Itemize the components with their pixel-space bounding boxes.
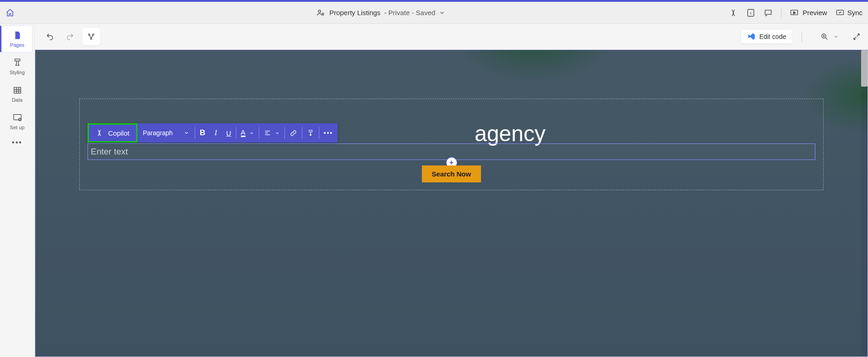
align-left-icon	[264, 129, 271, 137]
canvas-toolbar: Edit code	[35, 24, 868, 49]
brush-icon	[12, 58, 22, 68]
rail-more[interactable]: •••	[12, 138, 22, 147]
app-header: Property Listings - Private - Saved Prev…	[0, 2, 868, 24]
undo-button[interactable]	[42, 29, 58, 44]
rail-label: Pages	[10, 42, 24, 48]
document-privacy: - Private - Saved	[384, 9, 436, 16]
canvas-scrollbar[interactable]	[861, 50, 868, 357]
rte-format-painter-button[interactable]	[302, 123, 319, 143]
setup-icon	[12, 113, 22, 123]
collapse-icon[interactable]	[852, 33, 861, 41]
rte-font-color-button[interactable]: A	[236, 123, 259, 143]
rail-item-pages[interactable]: Pages	[3, 26, 32, 52]
svg-point-1	[322, 13, 324, 15]
rte-copilot-button[interactable]: Copilot	[87, 123, 137, 143]
chevron-down-icon[interactable]	[833, 34, 839, 39]
home-icon[interactable]	[5, 8, 15, 17]
edit-code-label: Edit code	[759, 33, 786, 40]
svg-rect-8	[14, 88, 21, 93]
rte-format-label: Paragraph	[143, 129, 173, 137]
chevron-down-icon[interactable]	[439, 10, 445, 16]
vscode-icon	[748, 33, 756, 41]
separator	[781, 8, 781, 18]
rich-text-toolbar: Copilot Paragraph B I U A	[87, 123, 338, 143]
design-canvas[interactable]: Real estate agency Copilot Paragraph	[35, 49, 868, 357]
rail-label: Set up	[10, 125, 25, 130]
chevron-down-icon	[184, 130, 189, 136]
preview-icon[interactable]: Preview	[790, 8, 827, 17]
svg-line-19	[825, 38, 827, 39]
svg-point-0	[318, 10, 321, 12]
rte-underline-button[interactable]: U	[222, 123, 236, 143]
svg-point-17	[90, 38, 92, 39]
scrollbar-thumb[interactable]	[861, 50, 868, 87]
rail-item-styling[interactable]: Styling	[3, 53, 32, 80]
rte-align-button[interactable]	[259, 123, 284, 143]
paint-icon	[307, 129, 314, 137]
document-title-group[interactable]: Property Listings - Private - Saved	[33, 8, 729, 17]
svg-marker-6	[794, 11, 796, 14]
chevron-down-icon	[275, 131, 280, 136]
zoom-button[interactable]	[820, 33, 829, 41]
rte-format-select[interactable]: Paragraph	[137, 123, 195, 143]
preview-label: Preview	[802, 9, 827, 16]
search-now-label: Search Now	[432, 170, 471, 178]
people-private-icon	[317, 8, 326, 17]
rail-item-data[interactable]: Data	[3, 81, 32, 107]
site-map-button[interactable]	[83, 29, 99, 44]
hero-overlay	[35, 50, 868, 357]
rail-label: Styling	[10, 70, 25, 75]
chevron-down-icon	[249, 131, 254, 136]
side-rail: Pages Styling Data Set up •••	[0, 24, 35, 357]
search-now-button[interactable]: Search Now	[422, 165, 481, 182]
rail-label: Data	[12, 97, 22, 103]
page-icon	[12, 30, 22, 40]
separator	[802, 32, 802, 42]
svg-rect-13	[13, 115, 21, 120]
document-title: Property Listings	[329, 9, 381, 16]
sync-label: Sync	[847, 9, 863, 16]
rail-item-setup[interactable]: Set up	[3, 108, 32, 135]
rte-italic-button[interactable]: I	[210, 123, 221, 143]
rte-bold-button[interactable]: B	[195, 123, 210, 143]
rte-link-button[interactable]	[285, 123, 302, 143]
sync-button[interactable]: Sync	[835, 8, 863, 17]
copilot-icon	[95, 129, 104, 137]
edit-code-button[interactable]: Edit code	[741, 30, 792, 44]
copilot-icon[interactable]	[729, 8, 738, 17]
comment-icon[interactable]	[764, 8, 773, 17]
rte-copilot-label: Copilot	[108, 129, 130, 137]
hero-placeholder: Enter text	[91, 147, 128, 157]
redo-button[interactable]	[62, 29, 78, 44]
rte-more-button[interactable]: •••	[319, 123, 338, 143]
svg-rect-25	[309, 130, 312, 132]
work-area: Edit code	[35, 24, 868, 357]
info-icon[interactable]	[746, 8, 755, 17]
svg-point-14	[18, 118, 21, 121]
table-icon	[12, 85, 22, 95]
link-icon	[289, 129, 297, 137]
